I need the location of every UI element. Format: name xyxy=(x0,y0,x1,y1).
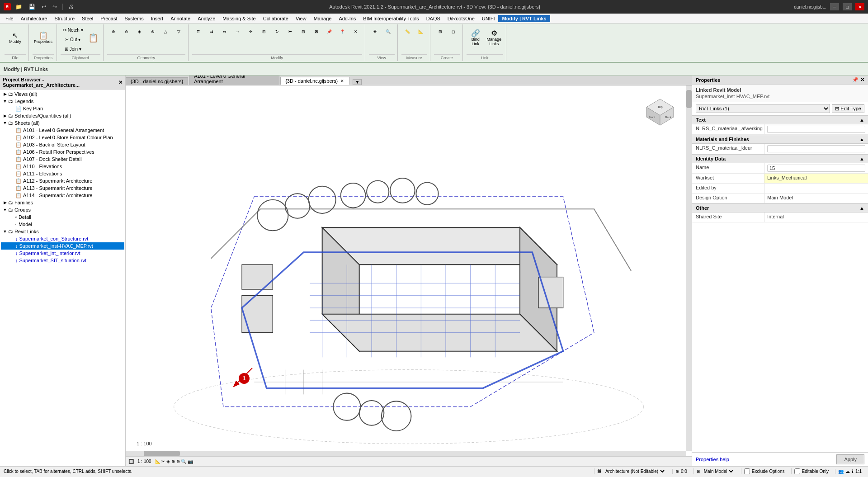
vp-tab-3-close[interactable]: ✕ xyxy=(340,79,345,83)
status-model-select[interactable]: ⊞ Main Model xyxy=(693,468,737,474)
tree-item-a111[interactable]: ▶ 📋 A111 - Elevations xyxy=(1,170,124,177)
tree-item-a107[interactable]: ▶ 📋 A107 - Dock Shelter Detail xyxy=(1,156,124,163)
close-button[interactable]: ✕ xyxy=(855,3,864,10)
props-pin-btn[interactable]: 📌 xyxy=(852,77,859,83)
tree-item-a102[interactable]: ▶ 📋 A102 - Level 0 Store Format Colour P… xyxy=(1,134,124,141)
ribbon-btn-create2[interactable]: ◻ xyxy=(447,25,460,38)
props-section-other[interactable]: Other ▲ xyxy=(692,203,868,213)
tree-item-a114[interactable]: ▶ 📋 A114 - Supermarkt Architecture xyxy=(1,192,124,199)
tree-item-detail[interactable]: ▶ ▫ Detail xyxy=(1,213,124,221)
props-close-btn[interactable]: ✕ xyxy=(860,77,864,83)
tree-item-views[interactable]: ▶ 🗂 Views (all) xyxy=(1,90,124,98)
props-section-text[interactable]: Text ▲ xyxy=(692,115,868,124)
ribbon-btn-scale[interactable]: ⊠ xyxy=(310,25,323,38)
props-section-identity[interactable]: Identity Data ▲ xyxy=(692,154,868,163)
ribbon-btn-array[interactable]: ⊟ xyxy=(297,25,310,38)
scrollbar-thumb-v[interactable] xyxy=(686,90,692,108)
ribbon-btn-measure1[interactable]: 📏 xyxy=(401,25,414,38)
menu-addins[interactable]: Add-Ins xyxy=(335,15,359,22)
ribbon-btn-cut[interactable]: ✂ Cut ▾ xyxy=(61,35,85,44)
qat-open[interactable]: 📁 xyxy=(14,4,24,10)
menu-collaborate[interactable]: Collaborate xyxy=(259,15,292,22)
ribbon-btn-trim[interactable]: ⊢ xyxy=(284,25,297,38)
tree-expand-families[interactable]: ▶ xyxy=(2,199,8,206)
menu-precast[interactable]: Precast xyxy=(97,15,121,22)
tree-expand-sheets[interactable]: ▼ xyxy=(2,120,8,126)
tree-item-a101[interactable]: ▶ 📋 A101 - Level 0 General Arrangement xyxy=(1,127,124,134)
menu-analyze[interactable]: Analyze xyxy=(194,15,219,22)
status-editable[interactable]: Editable Only xyxy=(791,468,831,474)
apply-button[interactable]: Apply xyxy=(836,454,864,464)
tree-item-link3[interactable]: ▶ ↓ Supermarket_int_interior.rvt xyxy=(1,250,124,257)
navigation-cube[interactable]: Top Front Back xyxy=(642,94,678,131)
ribbon-btn-notch[interactable]: ✂ Notch ▾ xyxy=(61,25,85,34)
ribbon-btn-measure2[interactable]: 📐 xyxy=(415,25,427,38)
minimize-button[interactable]: ─ xyxy=(830,3,839,10)
tree-item-sheets[interactable]: ▼ 🗂 Sheets (all) xyxy=(1,119,124,127)
tree-item-groups[interactable]: ▼ 🗂 Groups xyxy=(1,206,124,213)
tree-item-families[interactable]: ▶ 🗂 Families xyxy=(1,199,124,206)
props-input-name[interactable] xyxy=(767,165,865,172)
qat-undo[interactable]: ↩ xyxy=(40,4,48,10)
exclude-options-checkbox[interactable] xyxy=(744,468,750,474)
menu-daqs[interactable]: DAQS xyxy=(423,15,444,22)
props-section-materials[interactable]: Materials and Finishes ▲ xyxy=(692,135,868,144)
edit-type-button[interactable]: ⊞ Edit Type xyxy=(832,104,864,113)
ribbon-btn-align[interactable]: ⇈ xyxy=(192,25,205,38)
ribbon-btn-geo2[interactable]: ⊖ xyxy=(120,25,133,38)
menu-insert[interactable]: Insert xyxy=(147,15,167,22)
menu-manage[interactable]: Manage xyxy=(310,15,335,22)
ribbon-btn-geo5[interactable]: △ xyxy=(160,25,172,38)
tree-item-a110[interactable]: ▶ 📋 A110 - Elevations xyxy=(1,163,124,170)
tree-item-link1[interactable]: ▶ ↓ Supermarket_con_Structure.rvt xyxy=(1,235,124,242)
tree-item-legends[interactable]: ▼ 🗂 Legends xyxy=(1,98,124,105)
status-exclude[interactable]: Exclude Options xyxy=(741,468,788,474)
menu-annotate[interactable]: Annotate xyxy=(167,15,194,22)
active-workset-selector[interactable]: Main Model xyxy=(702,468,735,474)
menu-view[interactable]: View xyxy=(292,15,310,22)
props-input-materiaal-kleur[interactable] xyxy=(767,145,865,152)
ribbon-btn-modify[interactable]: ↖ Modify xyxy=(6,25,24,51)
type-selector-dropdown[interactable]: RVT Links (1) xyxy=(696,104,830,113)
ribbon-btn-delete[interactable]: ✕ xyxy=(349,25,362,38)
tree-expand-views[interactable]: ▶ xyxy=(2,91,8,97)
workset-selector[interactable]: Architecture (Not Editable) xyxy=(604,468,666,474)
ribbon-btn-bind-link[interactable]: 🔗 BindLink xyxy=(467,25,485,51)
pb-close-btn[interactable]: ✕ xyxy=(118,80,123,85)
ribbon-btn-geo3[interactable]: ◈ xyxy=(133,25,146,38)
ribbon-btn-mirror2[interactable]: ↔ xyxy=(231,25,244,38)
menu-bim[interactable]: BIM Interoperability Tools xyxy=(359,15,422,22)
tree-expand-revit-links[interactable]: ▼ xyxy=(2,228,8,235)
menu-structure[interactable]: Structure xyxy=(51,15,78,22)
ribbon-btn-unpin[interactable]: 📍 xyxy=(336,25,349,38)
ribbon-btn-geo6[interactable]: ▽ xyxy=(173,25,185,38)
ribbon-btn-offset[interactable]: ⇉ xyxy=(205,25,218,38)
tree-item-link4[interactable]: ▶ ↓ Supermarket_SIT_situation.rvt xyxy=(1,257,124,264)
vp-tab-3[interactable]: {3D - daniel.nc.gijsbers} ✕ xyxy=(280,77,350,85)
scrollbar-horizontal[interactable] xyxy=(126,451,686,456)
tree-item-a112[interactable]: ▶ 📋 A112 - Supermarkt Architecture xyxy=(1,177,124,184)
editable-only-checkbox[interactable] xyxy=(794,468,800,474)
ribbon-btn-create1[interactable]: ⊞ xyxy=(434,25,447,38)
tree-item-a113[interactable]: ▶ 📋 A113 - Supermarkt Architecture xyxy=(1,184,124,192)
tree-expand-groups[interactable]: ▼ xyxy=(2,207,8,213)
properties-help-link[interactable]: Properties help xyxy=(696,457,729,462)
menu-diroots[interactable]: DiRootsOne xyxy=(444,15,478,22)
qat-redo[interactable]: ↪ xyxy=(51,4,59,10)
vp-tab-1[interactable]: {3D - daniel.nc.gijsbers} xyxy=(126,77,188,85)
tree-item-a103[interactable]: ▶ 📋 A103 - Back of Store Layout xyxy=(1,141,124,148)
ribbon-btn-geo4[interactable]: ⊗ xyxy=(146,25,159,38)
menu-systems[interactable]: Systems xyxy=(121,15,147,22)
menu-unifi[interactable]: UNIFI xyxy=(478,15,499,22)
tree-item-schedules[interactable]: ▶ 🗂 Schedules/Quantities (all) xyxy=(1,112,124,119)
menu-massing[interactable]: Massing & Site xyxy=(219,15,259,22)
maximize-button[interactable]: □ xyxy=(843,3,852,10)
status-arch-mode[interactable]: 🏛 Architecture (Not Editable) xyxy=(594,468,669,474)
menu-modify-rvt[interactable]: Modify | RVT Links xyxy=(498,15,550,22)
ribbon-btn-paste[interactable]: 📋 xyxy=(86,25,100,51)
ribbon-btn-rotate[interactable]: ↻ xyxy=(271,25,283,38)
menu-architecture[interactable]: Architecture xyxy=(17,15,51,22)
tree-item-a106[interactable]: ▶ 📋 A106 - Retail Floor Perspectives xyxy=(1,148,124,156)
menu-file[interactable]: File xyxy=(2,15,17,22)
ribbon-btn-geo1[interactable]: ⊕ xyxy=(107,25,120,38)
